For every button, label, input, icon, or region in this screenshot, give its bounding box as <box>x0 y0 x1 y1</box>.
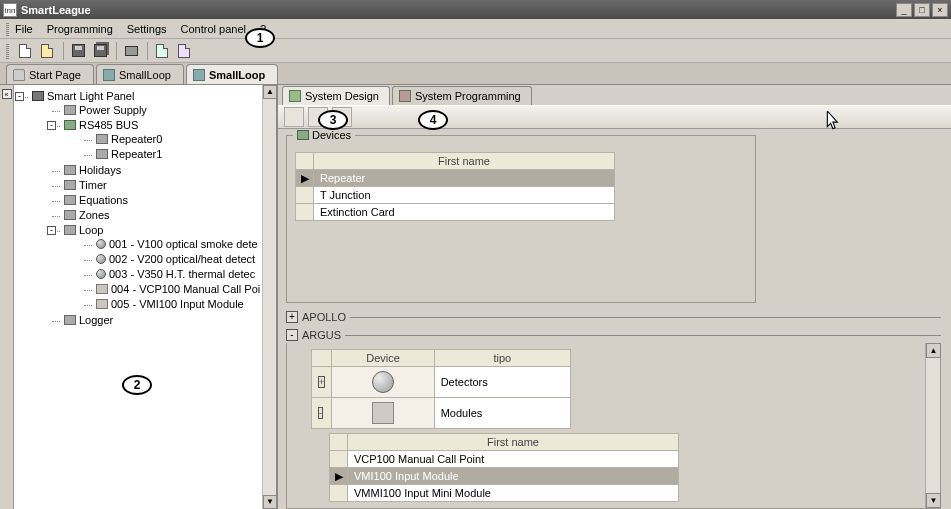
programming-icon <box>399 90 411 102</box>
accordion-line <box>345 335 941 336</box>
scroll-up-button[interactable]: ▲ <box>926 343 941 358</box>
modules-cell[interactable]: VCP100 Manual Call Point <box>348 451 679 468</box>
table-row[interactable]: - Modules <box>312 398 571 429</box>
main-toolbar: 1 <box>0 39 951 63</box>
device-image-cell <box>332 367 434 398</box>
tab-system-design[interactable]: System Design <box>282 86 390 105</box>
menu-programming[interactable]: Programming <box>47 23 113 35</box>
save-all-button[interactable] <box>90 41 110 61</box>
argus-tipo-cell[interactable]: Modules <box>434 398 570 429</box>
item-icon <box>64 210 76 220</box>
expander-icon[interactable]: - <box>47 121 56 130</box>
save-button[interactable] <box>68 41 88 61</box>
tree-node-label[interactable]: Repeater0 <box>111 133 162 145</box>
row-header <box>296 204 314 221</box>
modules-cell[interactable]: VMI100 Input Module <box>348 468 679 485</box>
argus-label[interactable]: ARGUS <box>302 329 341 341</box>
new-button[interactable] <box>15 41 35 61</box>
tree-node-label[interactable]: RS485 BUS <box>79 119 138 131</box>
design-tool-1[interactable] <box>284 107 304 127</box>
tree-scrollbar[interactable]: ▲ ▼ <box>262 85 276 509</box>
print-button[interactable] <box>121 41 141 61</box>
apollo-label[interactable]: APOLLO <box>302 311 346 323</box>
tree-node-label[interactable]: 004 - VCP100 Manual Call Poi <box>111 283 260 295</box>
menu-gripper[interactable] <box>6 22 9 36</box>
devices-col-firstname[interactable]: First name <box>314 153 615 170</box>
modules-col-firstname[interactable]: First name <box>348 434 679 451</box>
menu-control-panel[interactable]: Control panel <box>181 23 246 35</box>
tree-node-label[interactable]: Equations <box>79 194 128 206</box>
tree-node-label[interactable]: Timer <box>79 179 107 191</box>
apollo-expander[interactable]: + <box>286 311 298 323</box>
devices-cell[interactable]: Extinction Card <box>314 204 615 221</box>
tree-node-label[interactable]: 003 - V350 H.T. thermal detec <box>109 268 255 280</box>
row-header-blank <box>330 434 348 451</box>
client-area: « - Smart Light Panel Power Supply - RS4… <box>0 85 951 509</box>
argus-col-device[interactable]: Device <box>332 350 434 367</box>
table-row[interactable]: ▶ Repeater <box>296 170 615 187</box>
tab-system-programming[interactable]: System Programming <box>392 86 532 105</box>
menu-settings[interactable]: Settings <box>127 23 167 35</box>
tab-start-page[interactable]: Start Page <box>6 64 94 84</box>
tool-b-button[interactable] <box>174 41 194 61</box>
maximize-button[interactable]: □ <box>914 3 930 17</box>
tree-node-label[interactable]: Smart Light Panel <box>47 90 134 102</box>
expander-icon[interactable]: - <box>47 226 56 235</box>
modules-cell[interactable]: VMMI100 Input Mini Module <box>348 485 679 502</box>
devices-cell[interactable]: T Junction <box>314 187 615 204</box>
row-expander[interactable]: - <box>318 407 323 419</box>
open-button[interactable] <box>37 41 57 61</box>
argus-content: ▲ ▼ Device tipo + Detectors <box>286 343 941 509</box>
tool-a-button[interactable] <box>152 41 172 61</box>
minimize-button[interactable]: _ <box>896 3 912 17</box>
argus-device-grid[interactable]: Device tipo + Detectors - <box>311 349 571 429</box>
callout-1: 1 <box>245 28 275 48</box>
module-icon <box>372 402 394 424</box>
row-header-blank <box>312 350 332 367</box>
devices-grid[interactable]: First name ▶ Repeater T Junction Extinct… <box>295 152 615 221</box>
tab-smallloop-2[interactable]: SmallLoop <box>186 64 278 84</box>
argus-scrollbar[interactable]: ▲ ▼ <box>925 343 940 508</box>
table-row[interactable]: + Detectors <box>312 367 571 398</box>
module-icon <box>96 299 108 309</box>
item-icon <box>64 195 76 205</box>
collapse-button[interactable]: « <box>2 89 12 99</box>
table-row[interactable]: VCP100 Manual Call Point <box>330 451 679 468</box>
tree-node-label[interactable]: 005 - VMI100 Input Module <box>111 298 244 310</box>
tree-node-label[interactable]: 001 - V100 optical smoke dete <box>109 238 258 250</box>
bus-icon <box>64 120 76 130</box>
scroll-down-button[interactable]: ▼ <box>926 493 941 508</box>
row-expander[interactable]: + <box>318 376 325 388</box>
argus-col-tipo[interactable]: tipo <box>434 350 570 367</box>
toolbar-gripper[interactable] <box>6 43 9 59</box>
devices-title-text: Devices <box>312 129 351 141</box>
tree-node-label[interactable]: Power Supply <box>79 104 147 116</box>
tree-node-label[interactable]: 002 - V200 optical/heat detect <box>109 253 255 265</box>
argus-tipo-cell[interactable]: Detectors <box>434 367 570 398</box>
table-row[interactable]: T Junction <box>296 187 615 204</box>
tree-view[interactable]: - Smart Light Panel Power Supply - RS485… <box>14 85 262 509</box>
modules-grid[interactable]: First name VCP100 Manual Call Point ▶ VM… <box>329 433 679 502</box>
tree-node-label[interactable]: Loop <box>79 224 103 236</box>
tree-node-label[interactable]: Repeater1 <box>111 148 162 160</box>
menu-file[interactable]: File <box>15 23 33 35</box>
expander-icon[interactable]: - <box>15 92 24 101</box>
tree-node-label[interactable]: Zones <box>79 209 110 221</box>
window-title: SmartLeague <box>21 4 894 16</box>
table-row[interactable]: Extinction Card <box>296 204 615 221</box>
tree-node-label[interactable]: Holidays <box>79 164 121 176</box>
close-button[interactable]: × <box>932 3 948 17</box>
table-row[interactable]: VMMI100 Input Mini Module <box>330 485 679 502</box>
callout-3: 3 <box>318 110 348 130</box>
devices-cell[interactable]: Repeater <box>314 170 615 187</box>
row-header <box>296 187 314 204</box>
tree-node-label[interactable]: Logger <box>79 314 113 326</box>
scroll-up-button[interactable]: ▲ <box>263 85 277 99</box>
argus-expander[interactable]: - <box>286 329 298 341</box>
accordion-line <box>350 317 941 318</box>
tab-smallloop-1[interactable]: SmallLoop <box>96 64 184 84</box>
scroll-down-button[interactable]: ▼ <box>263 495 277 509</box>
toolbar-sep-2 <box>116 42 117 60</box>
table-row[interactable]: ▶ VMI100 Input Module <box>330 468 679 485</box>
home-icon <box>13 69 25 81</box>
